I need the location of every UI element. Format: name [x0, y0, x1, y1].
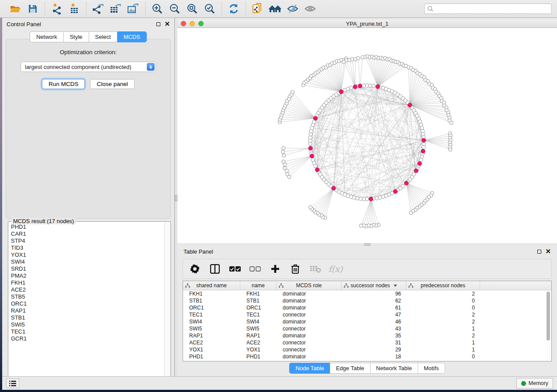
deselect-all-checkboxes-button[interactable]: [249, 266, 261, 272]
column-header-mcds-role[interactable]: MCDS role: [277, 281, 342, 290]
zoom-out-button[interactable]: [167, 2, 182, 16]
table-cell: dominator: [277, 304, 342, 311]
search-input[interactable]: [424, 3, 552, 14]
mcds-result-list[interactable]: PHD1CAR1STP4TID3YOX1SWI4SRD1PMA2FKH1ACE2…: [11, 224, 163, 382]
table-cell: connector: [277, 339, 342, 346]
tab-mcds[interactable]: MCDS: [117, 31, 147, 42]
mcds-node-item[interactable]: PMA2: [11, 272, 163, 279]
table-cell: 61: [342, 304, 406, 311]
mcds-node-item[interactable]: STP4: [11, 237, 163, 244]
tab-network[interactable]: Network: [30, 31, 63, 42]
hide-panel-button[interactable]: [285, 2, 300, 16]
table-cell: 0: [406, 304, 480, 311]
birds-eye-view-button[interactable]: [268, 2, 283, 16]
table-row[interactable]: TEC1TEC1connector472: [183, 311, 551, 318]
node-table[interactable]: shared namenameMCDS rolesuccessor nodesp…: [183, 281, 552, 361]
zoom-selected-icon: [204, 3, 215, 14]
delete-table-button[interactable]: [310, 265, 321, 273]
mcds-node-item[interactable]: CAR1: [11, 230, 163, 237]
run-mcds-button[interactable]: Run MCDS: [42, 79, 85, 89]
table-cell: ORC1: [183, 304, 240, 311]
mcds-node-item[interactable]: TEC1: [11, 328, 163, 335]
column-header-shared-name[interactable]: shared name: [183, 281, 240, 290]
delete-column-button[interactable]: [290, 264, 301, 274]
table-row[interactable]: STB1STB1dominator620: [183, 297, 551, 304]
table-cell: 1: [406, 325, 480, 332]
save-session-button[interactable]: [25, 2, 40, 16]
mcds-node-item[interactable]: ACE2: [11, 286, 163, 293]
clone-network-button[interactable]: [250, 2, 265, 16]
unchecked-boxes-icon: [249, 266, 261, 272]
table-cell: 47: [342, 311, 406, 318]
table-row[interactable]: ACE2ACE2connector311: [183, 339, 551, 346]
mcds-node-item[interactable]: ORC1: [11, 300, 163, 307]
memory-button[interactable]: Memory: [516, 378, 553, 389]
table-options-gear-button[interactable]: [189, 264, 201, 274]
tab-style[interactable]: Style: [63, 31, 89, 42]
export-table-icon: [110, 3, 122, 14]
mcds-node-item[interactable]: SWI4: [11, 258, 163, 265]
tab-node-table[interactable]: Node Table: [289, 363, 330, 374]
node-table-header: shared namenameMCDS rolesuccessor nodesp…: [183, 281, 551, 290]
column-header-predecessor-nodes[interactable]: predecessor nodes: [406, 281, 480, 290]
export-image-button[interactable]: [126, 2, 141, 16]
table-row[interactable]: SWI4SWI4dominator462: [183, 318, 551, 325]
mcds-node-item[interactable]: FKH1: [11, 279, 163, 286]
table-row[interactable]: SWI5SWI5connector431: [183, 325, 551, 332]
column-header-successor-nodes[interactable]: successor nodes: [342, 281, 406, 290]
zoom-selected-button[interactable]: [202, 2, 217, 16]
delete-table-icon: [310, 265, 321, 273]
table-row[interactable]: YOX1YOX1connector291: [183, 346, 551, 353]
table-scrollbar-thumb[interactable]: [547, 292, 550, 340]
table-cell: 0: [406, 297, 480, 304]
table-cell: PHD1: [240, 353, 277, 360]
close-panel-button[interactable]: Close panel: [90, 79, 134, 89]
tab-network-table[interactable]: Network Table: [370, 363, 418, 374]
mcds-node-item[interactable]: PHD1: [11, 224, 163, 230]
task-history-button[interactable]: [6, 378, 19, 388]
import-table-button[interactable]: [67, 2, 82, 16]
export-table-button[interactable]: [108, 2, 123, 16]
float-panel-icon[interactable]: [156, 22, 160, 26]
mcds-node-item[interactable]: YOX1: [11, 251, 163, 258]
add-column-button[interactable]: [270, 265, 281, 273]
table-row[interactable]: PHD1PHD1dominator180: [183, 353, 551, 360]
mcds-node-item[interactable]: SRD1: [11, 265, 163, 272]
column-header-name[interactable]: name: [240, 281, 277, 290]
mcds-node-item[interactable]: RAP1: [11, 307, 163, 314]
table-row[interactable]: FKH1FKH1dominator962: [183, 290, 551, 297]
select-all-checkboxes-button[interactable]: [229, 266, 241, 272]
tab-edge-table[interactable]: Edge Table: [330, 363, 370, 374]
zoom-in-button[interactable]: [150, 2, 165, 16]
network-window-title: YPA_prune.txt_1: [177, 21, 557, 27]
table-row[interactable]: ORC1ORC1dominator610: [183, 304, 551, 311]
mcds-node-item[interactable]: SWI5: [11, 321, 163, 328]
mcds-node-item[interactable]: STB5: [11, 293, 163, 300]
tab-select[interactable]: Select: [89, 31, 117, 42]
close-panel-icon[interactable]: ✕: [545, 249, 551, 254]
refresh-view-button[interactable]: [226, 2, 241, 16]
sort-desc-icon: [394, 285, 397, 287]
tab-motifs[interactable]: Motifs: [418, 363, 445, 374]
import-network-button[interactable]: [49, 2, 64, 16]
export-network-button[interactable]: [91, 2, 106, 16]
network-window-titlebar[interactable]: YPA_prune.txt_1: [177, 20, 557, 28]
close-panel-icon[interactable]: ✕: [164, 22, 170, 26]
criterion-select[interactable]: largest connected component (undirected): [21, 62, 156, 72]
float-panel-icon[interactable]: [537, 250, 541, 254]
table-cell: PHD1: [183, 353, 240, 360]
mcds-node-item[interactable]: STB1: [11, 314, 163, 321]
mcds-result-box: MCDS result (17 nodes) PHD1CAR1STP4TID3Y…: [8, 221, 171, 384]
mcds-node-item[interactable]: TID3: [11, 244, 163, 251]
open-session-button[interactable]: [8, 2, 23, 16]
network-canvas[interactable]: [177, 28, 557, 243]
toggle-columns-button[interactable]: [209, 264, 221, 274]
show-panel-button[interactable]: [303, 2, 318, 16]
table-scrollbar[interactable]: [546, 291, 551, 361]
table-cell: ACE2: [240, 339, 277, 346]
mcds-node-item[interactable]: GCR1: [11, 335, 163, 342]
table-row[interactable]: RAP1RAP1dominator352: [183, 332, 551, 339]
mcds-result-scrollbar[interactable]: [164, 222, 170, 383]
function-builder-button[interactable]: f(x): [330, 264, 341, 274]
zoom-fit-button[interactable]: [185, 2, 200, 16]
